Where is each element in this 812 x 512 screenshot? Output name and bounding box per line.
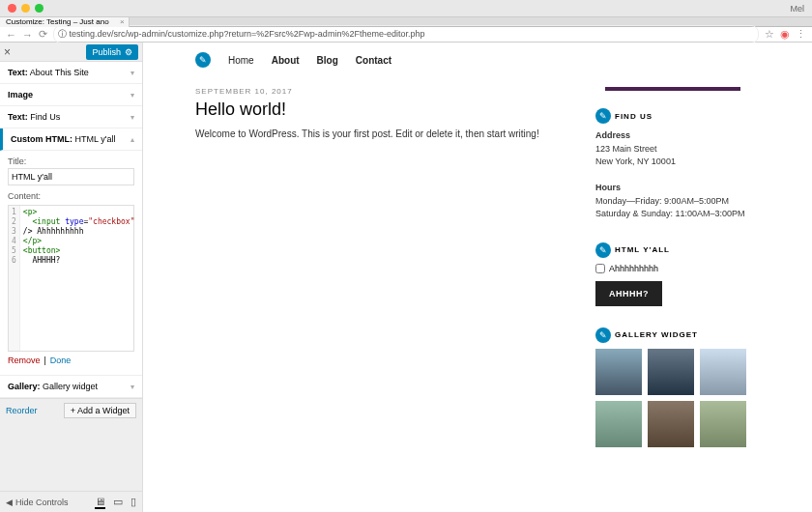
menu-icon[interactable]: ⋮ xyxy=(796,28,806,41)
customizer-header: × Publish ⚙ xyxy=(0,43,142,62)
done-link[interactable]: Done xyxy=(50,356,72,365)
tablet-preview-icon[interactable]: ▭ xyxy=(113,496,123,509)
code-editor[interactable]: 123456 <p> <input type="checkbox" /> Ahh… xyxy=(8,205,134,352)
back-icon[interactable]: ← xyxy=(6,29,16,41)
gear-icon[interactable]: ⚙ xyxy=(125,47,132,57)
edit-shortcut-icon[interactable]: ✎ xyxy=(595,327,611,343)
preview-main: SEPTEMBER 10, 2017 Hello world! Welcome … xyxy=(195,87,566,469)
widget-footer-actions: Reorder + Add a Widget xyxy=(0,398,142,422)
customizer-footer: ◀ Hide Controls 🖥 ▭ ▯ xyxy=(0,491,142,512)
ah-button[interactable]: AHHHH? xyxy=(595,281,662,306)
gallery-thumb[interactable] xyxy=(595,349,642,395)
add-widget-button[interactable]: + Add a Widget xyxy=(64,403,136,418)
nav-about[interactable]: About xyxy=(272,55,300,66)
publish-button[interactable]: Publish ⚙ xyxy=(86,44,138,60)
preview-sidebar: ✎ FIND US Address 123 Main Street New Yo… xyxy=(595,87,760,469)
chevron-down-icon: ▾ xyxy=(130,69,134,77)
findus-widget: ✎ FIND US Address 123 Main Street New Yo… xyxy=(595,108,760,221)
chevron-down-icon: ▾ xyxy=(130,113,134,122)
htmlyall-widget: ✎ HTML Y'ALL Ahhhhhhhhh AHHHH? xyxy=(595,242,760,306)
tab-title: Customize: Testing – Just ano xyxy=(6,17,109,26)
chevron-down-icon: ▾ xyxy=(130,91,134,100)
gallery-thumb[interactable] xyxy=(648,401,694,447)
address-bar: ← → ⟳ ⓘ testing.dev/src/wp-admin/customi… xyxy=(0,27,812,43)
chevron-down-icon: ▾ xyxy=(130,383,134,391)
remove-link[interactable]: Remove xyxy=(8,356,41,365)
collapse-icon: ◀ xyxy=(6,498,13,507)
reorder-link[interactable]: Reorder xyxy=(6,406,38,415)
post-date: SEPTEMBER 10, 2017 xyxy=(195,87,566,96)
chevron-up-icon: ▴ xyxy=(130,135,134,144)
widget-form: Title: Content: 123456 <p> <input type="… xyxy=(0,151,142,376)
widget-panel-custom-html[interactable]: Custom HTML: HTML y'all ▴ xyxy=(0,128,142,151)
close-customizer-icon[interactable]: × xyxy=(4,45,11,59)
desktop-preview-icon[interactable]: 🖥 xyxy=(95,496,105,509)
browser-tab[interactable]: Customize: Testing – Just ano × xyxy=(0,17,130,27)
traffic-lights xyxy=(8,4,44,13)
gallery-grid xyxy=(595,349,760,447)
customizer-sidebar: × Publish ⚙ Text: About This Site ▾ Imag… xyxy=(0,43,143,512)
widget-panel-image[interactable]: Image ▾ xyxy=(0,84,142,106)
window-titlebar: Mel xyxy=(0,0,812,17)
gallery-thumb[interactable] xyxy=(700,349,746,395)
gallery-thumb[interactable] xyxy=(700,401,746,447)
star-icon[interactable]: ☆ xyxy=(765,28,774,41)
widget-panel-text-findus[interactable]: Text: Find Us ▾ xyxy=(0,106,142,128)
widget-title-input[interactable] xyxy=(8,168,134,185)
header-image-strip xyxy=(605,87,740,91)
gallery-thumb[interactable] xyxy=(595,401,642,447)
post-body: Welcome to WordPress. This is your first… xyxy=(195,128,566,141)
close-window-icon[interactable] xyxy=(8,4,16,13)
line-gutter: 123456 xyxy=(9,206,20,351)
ah-checkbox[interactable] xyxy=(595,264,605,273)
post-title[interactable]: Hello world! xyxy=(195,100,566,120)
minimize-window-icon[interactable] xyxy=(21,4,30,13)
close-tab-icon[interactable]: × xyxy=(120,17,125,26)
site-preview: ✎ Home About Blog Contact SEPTEMBER 10, … xyxy=(143,43,812,512)
widget-panel-text-about[interactable]: Text: About This Site ▾ xyxy=(0,62,142,84)
content-label: Content: xyxy=(8,191,134,201)
preview-nav: ✎ Home About Blog Contact xyxy=(195,43,760,77)
profile-name: Mel xyxy=(790,4,804,14)
info-icon[interactable]: ⓘ xyxy=(58,29,70,39)
nav-blog[interactable]: Blog xyxy=(317,55,338,66)
gallery-widget: ✎ GALLERY WIDGET xyxy=(595,327,760,447)
mobile-preview-icon[interactable]: ▯ xyxy=(130,496,136,509)
code-content[interactable]: <p> <input type="checkbox" /> Ahhhhhhhhh… xyxy=(20,206,138,351)
reload-icon[interactable]: ⟳ xyxy=(39,28,47,41)
widget-panel-gallery[interactable]: Gallery: Gallery widget ▾ xyxy=(0,376,142,398)
extension-icon[interactable]: ◉ xyxy=(780,28,790,41)
edit-shortcut-icon[interactable]: ✎ xyxy=(195,52,211,68)
edit-shortcut-icon[interactable]: ✎ xyxy=(595,108,611,124)
url-input[interactable]: ⓘ testing.dev/src/wp-admin/customize.php… xyxy=(53,25,759,43)
nav-home[interactable]: Home xyxy=(228,55,254,66)
gallery-thumb[interactable] xyxy=(648,349,694,395)
edit-shortcut-icon[interactable]: ✎ xyxy=(595,242,611,258)
toolbar-icons: ☆ ◉ ⋮ xyxy=(765,28,806,41)
hide-controls-button[interactable]: ◀ Hide Controls xyxy=(6,498,69,507)
maximize-window-icon[interactable] xyxy=(35,4,44,13)
nav-contact[interactable]: Contact xyxy=(356,55,392,66)
title-label: Title: xyxy=(8,156,134,166)
forward-icon[interactable]: → xyxy=(22,29,33,41)
